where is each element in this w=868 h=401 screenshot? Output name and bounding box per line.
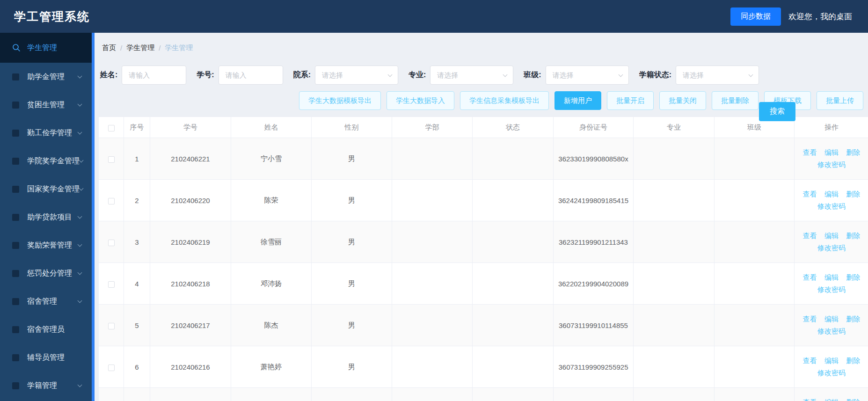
cell-name: 邓沛扬 xyxy=(231,263,312,305)
cell-gender: 男 xyxy=(312,180,392,221)
delete-link[interactable]: 删除 xyxy=(846,190,860,198)
add-user-button[interactable]: 新增用户 xyxy=(554,91,601,110)
view-link[interactable]: 查看 xyxy=(803,357,817,365)
welcome-text: 欢迎您，我的桌面 xyxy=(788,11,852,22)
cell-actions: 查看 编辑 删除 修改密码 xyxy=(795,346,868,388)
cell-gender xyxy=(312,388,392,401)
delete-link[interactable]: 删除 xyxy=(846,232,860,240)
sidebar-item-label: 学生管理 xyxy=(27,43,57,53)
menu-item-icon xyxy=(12,130,19,137)
sidebar-item[interactable]: 学籍管理 xyxy=(0,372,92,400)
edit-link[interactable]: 编辑 xyxy=(824,315,839,323)
change-password-link[interactable]: 修改密码 xyxy=(817,202,846,210)
row-checkbox[interactable] xyxy=(108,198,115,204)
view-link[interactable]: 查看 xyxy=(803,232,817,240)
toolbar-button[interactable]: 学生大数据导入 xyxy=(387,91,454,110)
table-row: 查看 编辑 删除 修改密码 xyxy=(99,388,868,401)
toolbar-button[interactable]: 批量上传 xyxy=(817,91,863,110)
row-checkbox[interactable] xyxy=(108,323,115,329)
filter-control xyxy=(219,66,283,85)
cell-name xyxy=(231,388,312,401)
toolbar-button[interactable]: 批量关闭 xyxy=(659,91,706,110)
toolbar-button[interactable]: 学生大数据模板导出 xyxy=(299,91,381,110)
change-password-link[interactable]: 修改密码 xyxy=(817,244,846,252)
sidebar-item[interactable]: 惩罚处分管理 xyxy=(0,259,92,287)
sidebar-item[interactable]: 助学金管理 xyxy=(0,63,92,91)
edit-link[interactable]: 编辑 xyxy=(824,232,839,240)
breadcrumb-separator: / xyxy=(159,44,160,52)
view-link[interactable]: 查看 xyxy=(803,273,817,281)
change-password-link[interactable]: 修改密码 xyxy=(817,327,846,335)
delete-link[interactable]: 删除 xyxy=(846,398,860,401)
toolbar-button[interactable]: 批量删除 xyxy=(712,91,759,110)
sidebar-item[interactable]: 辅导员管理 xyxy=(0,343,92,372)
change-password-link[interactable]: 修改密码 xyxy=(817,160,846,168)
sidebar-item[interactable]: 贫困生管理 xyxy=(0,91,92,119)
cell-status xyxy=(473,305,554,346)
toolbar-button[interactable]: 批量开启 xyxy=(607,91,654,110)
delete-link[interactable]: 删除 xyxy=(846,357,860,365)
filter-control xyxy=(315,66,398,85)
edit-link[interactable]: 编辑 xyxy=(824,148,839,156)
toolbar-left-group: 学生大数据模板导出学生大数据导入学生信息采集模板导出 xyxy=(293,91,549,110)
filter-input[interactable] xyxy=(122,66,186,85)
breadcrumb: 首页 / 学生管理 / 学生管理 xyxy=(95,33,868,52)
cell-major xyxy=(634,138,715,180)
row-checkbox[interactable] xyxy=(108,240,115,246)
edit-link[interactable]: 编辑 xyxy=(824,190,839,198)
breadcrumb-section[interactable]: 学生管理 xyxy=(126,44,154,52)
search-button[interactable]: 搜索 xyxy=(759,102,795,121)
cell-class xyxy=(715,388,795,401)
change-password-link[interactable]: 修改密码 xyxy=(817,369,846,377)
cell-student-id: 2102406219 xyxy=(150,221,231,263)
filter-label: 学籍状态: xyxy=(639,70,671,80)
edit-link[interactable]: 编辑 xyxy=(824,357,839,365)
view-link[interactable]: 查看 xyxy=(803,148,817,156)
sidebar-item[interactable]: 宿舍管理 xyxy=(0,287,92,315)
cell-id-number: 36233019990808580x xyxy=(554,138,634,180)
delete-link[interactable]: 删除 xyxy=(846,148,860,156)
row-checkbox[interactable] xyxy=(108,281,115,288)
cell-major xyxy=(634,346,715,388)
checkbox-cell xyxy=(99,346,124,388)
cell-status xyxy=(473,221,554,263)
select-all-checkbox[interactable] xyxy=(108,125,115,131)
delete-link[interactable]: 删除 xyxy=(846,273,860,281)
cell-id-number xyxy=(554,388,634,401)
sidebar-item[interactable]: 国家奖学金管理 xyxy=(0,175,92,203)
view-link[interactable]: 查看 xyxy=(803,315,817,323)
checkbox-cell xyxy=(99,180,124,221)
delete-link[interactable]: 删除 xyxy=(846,315,860,323)
sync-data-button[interactable]: 同步数据 xyxy=(730,7,781,26)
filter-input[interactable] xyxy=(430,66,513,85)
change-password-link[interactable]: 修改密码 xyxy=(817,285,846,293)
sidebar-item[interactable]: 宿舍管理员 xyxy=(0,315,92,343)
menu-item-icon xyxy=(12,326,19,333)
cell-student-id: 2102406220 xyxy=(150,180,231,221)
sidebar-item[interactable]: 学院奖学金管理 xyxy=(0,147,92,175)
breadcrumb-separator: / xyxy=(120,44,122,52)
sidebar-item[interactable]: 奖励荣誉管理 xyxy=(0,231,92,259)
sidebar-item[interactable]: 助学贷款项目 xyxy=(0,203,92,231)
filter-row: 姓名: 学号: 院系: xyxy=(95,66,868,85)
view-link[interactable]: 查看 xyxy=(803,398,817,401)
edit-link[interactable]: 编辑 xyxy=(824,398,839,401)
cell-major xyxy=(634,180,715,221)
filter-input[interactable] xyxy=(315,66,398,85)
table-row: 2 2102406220 陈荣 男 362424199809185415 查看 xyxy=(99,180,868,221)
row-checkbox[interactable] xyxy=(108,365,115,371)
view-link[interactable]: 查看 xyxy=(803,190,817,198)
edit-link[interactable]: 编辑 xyxy=(824,273,839,281)
breadcrumb-home[interactable]: 首页 xyxy=(102,44,116,52)
chevron-down-icon xyxy=(78,214,82,219)
cell-actions: 查看 编辑 删除 修改密码 xyxy=(795,138,868,180)
cell-index: 1 xyxy=(124,138,150,180)
row-checkbox[interactable] xyxy=(108,156,115,163)
sidebar-item[interactable]: 勤工俭学管理 xyxy=(0,119,92,147)
filter-input[interactable] xyxy=(546,66,629,85)
filter-input[interactable] xyxy=(676,66,759,85)
cell-index: 5 xyxy=(124,305,150,346)
filter-input[interactable] xyxy=(219,66,283,85)
toolbar-button[interactable]: 学生信息采集模板导出 xyxy=(460,91,549,110)
sidebar-item[interactable]: 学生管理 xyxy=(0,33,92,63)
